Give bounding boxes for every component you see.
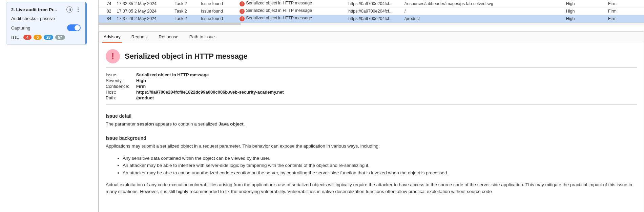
- table-row[interactable]: 7417:32:35 2 May 2024Task 2Issue found!S…: [99, 0, 644, 7]
- tab-path-to-issue[interactable]: Path to issue: [188, 32, 216, 43]
- issue-detail-text: The parameter session appears to contain…: [106, 121, 637, 128]
- cell-confidence: Firm: [605, 15, 644, 22]
- advisory-meta: Issue:Serialized object in HTTP message …: [106, 69, 637, 104]
- issue-background-list: Any sensitive data contained within the …: [106, 155, 637, 177]
- table-row[interactable]: 8217:37:05 2 May 2024Task 2Issue found!S…: [99, 7, 644, 15]
- issues-label: Iss...: [11, 35, 21, 40]
- meta-path-value: /product: [136, 95, 154, 100]
- task-title: 2. Live audit from Pr...: [11, 7, 57, 12]
- pause-icon[interactable]: [66, 6, 72, 13]
- meta-path-label: Path:: [106, 95, 136, 100]
- cell-id: 82: [99, 7, 114, 15]
- table-row[interactable]: 8417:37:29 2 May 2024Task 2Issue found!S…: [99, 15, 644, 22]
- advisory-content: ! Serialized object in HTTP message Issu…: [99, 43, 644, 212]
- audit-checks-label: Audit checks - passive: [11, 16, 81, 21]
- cell-id: 74: [99, 0, 114, 7]
- cell-issue: !Serialized object in HTTP message: [237, 7, 346, 15]
- alert-icon: !: [240, 1, 245, 6]
- meta-confidence-label: Confidence:: [106, 84, 136, 89]
- cell-time: 17:37:29 2 May 2024: [114, 15, 172, 22]
- cell-time: 17:32:35 2 May 2024: [114, 0, 172, 7]
- cell-status: Issue found: [198, 15, 237, 22]
- badge-medium[interactable]: 0: [34, 35, 42, 40]
- cell-path: /product: [402, 15, 563, 22]
- cell-host: https://0a9700e204fcf...: [346, 7, 402, 15]
- task-card: 2. Live audit from Pr... Audit checks - …: [6, 2, 87, 45]
- badge-info[interactable]: 28: [44, 35, 53, 40]
- cell-host: https://0a9700e204fcf...: [346, 15, 402, 22]
- cell-id: 84: [99, 15, 114, 22]
- meta-issue-value: Serialized object in HTTP message: [136, 72, 209, 77]
- list-item: Any sensitive data contained within the …: [123, 155, 637, 162]
- cell-confidence: Firm: [605, 7, 644, 15]
- tab-response[interactable]: Response: [157, 32, 180, 43]
- severity-icon: !: [106, 49, 120, 63]
- tab-request[interactable]: Request: [130, 32, 149, 43]
- cell-issue: !Serialized object in HTTP message: [237, 0, 346, 7]
- meta-severity-value: High: [136, 78, 146, 83]
- cell-status: Issue found: [198, 7, 237, 15]
- cell-severity: High: [563, 15, 605, 22]
- cell-status: Issue found: [198, 0, 237, 7]
- meta-host-value: https://0a9700e204fcf8e1822dc99a000c006b…: [136, 90, 284, 95]
- cell-path: /: [402, 7, 563, 15]
- cell-confidence: Firm: [605, 0, 644, 7]
- meta-issue-label: Issue:: [106, 72, 136, 77]
- issue-background-outro: Actual exploitation of any code executio…: [106, 181, 637, 196]
- tab-advisory[interactable]: Advisory: [102, 32, 122, 43]
- badge-other[interactable]: 57: [55, 35, 65, 40]
- badge-high[interactable]: 4: [23, 35, 32, 40]
- cell-task: Task 2: [172, 0, 199, 7]
- list-item: An attacker may be able to cause unautho…: [123, 169, 637, 177]
- alert-icon: !: [240, 16, 245, 21]
- horizontal-scrollbar[interactable]: [99, 22, 644, 25]
- cell-task: Task 2: [172, 7, 199, 15]
- kebab-menu-icon[interactable]: [75, 7, 81, 12]
- cell-severity: High: [563, 7, 605, 15]
- issue-background-heading: Issue background: [106, 135, 637, 141]
- capturing-toggle[interactable]: [67, 24, 81, 31]
- cell-severity: High: [563, 0, 605, 7]
- meta-severity-label: Severity:: [106, 78, 136, 83]
- cell-time: 17:37:05 2 May 2024: [114, 7, 172, 15]
- cell-host: https://0a9700e204fcf...: [346, 0, 402, 7]
- list-item: An attacker may be able to interfere wit…: [123, 162, 637, 169]
- meta-confidence-value: Firm: [136, 84, 146, 89]
- issue-background-intro: Applications may submit a serialized obj…: [106, 143, 637, 150]
- issues-table[interactable]: 7417:32:35 2 May 2024Task 2Issue found!S…: [99, 0, 644, 22]
- advisory-title: Serialized object in HTTP message: [125, 52, 248, 61]
- cell-path: /resources/labheader/images/ps-lab-solve…: [402, 0, 563, 7]
- issue-detail-heading: Issue detail: [106, 113, 637, 119]
- meta-host-label: Host:: [106, 90, 136, 95]
- capturing-label: Capturing: [11, 25, 30, 31]
- alert-icon: !: [240, 9, 245, 14]
- detail-panel: Advisory Request Response Path to issue …: [99, 31, 644, 212]
- cell-task: Task 2: [172, 15, 199, 22]
- main-panel: 7417:32:35 2 May 2024Task 2Issue found!S…: [98, 0, 644, 212]
- tab-bar: Advisory Request Response Path to issue: [99, 32, 644, 43]
- cell-issue: !Serialized object in HTTP message: [237, 15, 346, 22]
